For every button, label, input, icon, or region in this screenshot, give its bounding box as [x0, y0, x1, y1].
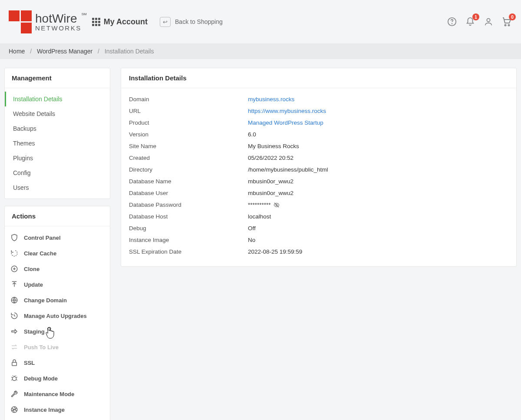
detail-value: 2022-08-25 19:59:59	[248, 248, 302, 255]
detail-value[interactable]: Managed WordPress Startup	[248, 119, 323, 126]
action-clear-cache[interactable]: Clear Cache	[5, 245, 110, 261]
action-label: Push To Live	[24, 344, 59, 351]
sidebar-item-themes[interactable]: Themes	[5, 136, 110, 151]
detail-value[interactable]: mybusiness.rocks	[248, 96, 294, 103]
user-button[interactable]	[483, 16, 494, 27]
action-label: Clone	[24, 266, 40, 272]
sidebar-item-website-details[interactable]: Website Details	[5, 106, 110, 121]
logo-text-main: hotWire	[35, 12, 77, 25]
svg-point-9	[13, 377, 16, 380]
action-label: Change Domain	[24, 297, 67, 304]
breadcrumb-home[interactable]: Home	[9, 48, 25, 55]
history-icon	[10, 311, 19, 320]
actions-title: Actions	[5, 206, 110, 226]
detail-label: Database User	[129, 190, 248, 196]
back-to-shopping-button[interactable]: ↩ Back to Shopping	[160, 17, 223, 27]
action-change-domain[interactable]: Change Domain	[5, 292, 110, 308]
detail-row-debug: DebugOff	[129, 222, 508, 234]
clone-icon	[10, 265, 19, 273]
action-manage-auto-upgrades[interactable]: Manage Auto Upgrades	[5, 308, 110, 324]
detail-row-database-host: Database Hostlocalhost	[129, 211, 508, 222]
logo-sm: SM	[82, 13, 87, 16]
help-icon	[447, 17, 457, 26]
detail-value: Off	[248, 225, 256, 231]
detail-row-created: Created05/26/2022 20:52	[129, 152, 508, 164]
notifications-button[interactable]: 1	[465, 16, 476, 27]
detail-row-directory: Directory/home/mybusiness/public_html	[129, 164, 508, 175]
detail-value[interactable]: https://www.mybusiness.rocks	[248, 108, 326, 114]
app-header: hotWireSM NETWORKS My Account ↩ Back to …	[0, 0, 521, 43]
detail-label: Database Host	[129, 213, 248, 220]
cart-button[interactable]: 0	[501, 16, 512, 27]
action-push-to-live: Push To Live	[5, 339, 110, 355]
detail-label: Domain	[129, 96, 248, 103]
action-debug-mode[interactable]: Debug Mode	[5, 370, 110, 386]
sidebar-item-users[interactable]: Users	[5, 180, 110, 195]
action-label: Control Panel	[24, 235, 61, 241]
sidebar-item-backups[interactable]: Backups	[5, 121, 110, 136]
detail-row-site-name: Site NameMy Business Rocks	[129, 140, 508, 152]
action-label: Staging	[24, 328, 45, 335]
eye-off-icon[interactable]	[274, 202, 280, 208]
action-update[interactable]: Update	[5, 277, 110, 292]
header-actions: 1 0	[446, 16, 512, 27]
my-account-label: My Account	[104, 17, 148, 26]
sidebar-item-plugins[interactable]: Plugins	[5, 151, 110, 165]
management-list: Installation DetailsWebsite DetailsBacku…	[5, 88, 110, 198]
detail-row-url: URLhttps://www.mybusiness.rocks	[129, 105, 508, 117]
logo-icon	[9, 10, 32, 33]
management-card: Management Installation DetailsWebsite D…	[4, 68, 110, 199]
svg-point-4	[508, 25, 510, 26]
detail-label: Instance Image	[129, 237, 248, 243]
back-shopping-label: Back to Shopping	[175, 18, 223, 25]
sidebar-item-installation-details[interactable]: Installation Details	[5, 92, 110, 106]
action-maintenance-mode[interactable]: Maintenance Mode	[5, 386, 110, 402]
brand-logo[interactable]: hotWireSM NETWORKS	[9, 10, 82, 33]
svg-point-1	[452, 23, 452, 24]
action-staging[interactable]: Staging	[5, 324, 110, 339]
my-account-button[interactable]: My Account	[92, 17, 148, 26]
upload-icon	[10, 280, 19, 289]
detail-value: mbusin0or_wwu2	[248, 178, 293, 185]
sidebar: Management Installation DetailsWebsite D…	[4, 68, 110, 420]
action-clone[interactable]: Clone	[5, 261, 110, 277]
cart-badge: 0	[509, 13, 516, 20]
sidebar-item-config[interactable]: Config	[5, 165, 110, 180]
lock-icon	[10, 358, 19, 367]
detail-value: /home/mybusiness/public_html	[248, 166, 328, 173]
detail-value: 05/26/2022 20:52	[248, 155, 293, 161]
breadcrumb: Home / WordPress Manager / Installation …	[0, 43, 521, 59]
detail-value: My Business Rocks	[248, 143, 299, 149]
details-title: Installation Details	[121, 68, 516, 88]
action-label: Maintenance Mode	[24, 391, 74, 397]
return-key-icon: ↩	[160, 17, 171, 27]
action-label: Debug Mode	[24, 375, 58, 382]
shield-icon	[10, 233, 19, 242]
help-button[interactable]	[446, 16, 458, 27]
detail-row-database-user: Database Usermbusin0or_wwu2	[129, 187, 508, 199]
action-label: Update	[24, 281, 43, 288]
logo-text-sub: NETWORKS	[35, 25, 82, 31]
detail-row-product: ProductManaged WordPress Startup	[129, 117, 508, 129]
installation-details-card: Installation Details Domainmybusiness.ro…	[121, 68, 517, 267]
detail-row-domain: Domainmybusiness.rocks	[129, 93, 508, 105]
actions-card: Actions Control PanelClear CacheCloneUpd…	[4, 206, 110, 420]
detail-label: Site Name	[129, 143, 248, 149]
action-delete[interactable]: Delete	[5, 417, 110, 420]
arrow-right-icon	[10, 327, 19, 336]
action-control-panel[interactable]: Control Panel	[5, 230, 110, 245]
action-ssl[interactable]: SSL	[5, 355, 110, 370]
bug-icon	[10, 374, 19, 383]
action-label: Clear Cache	[24, 250, 56, 257]
breadcrumb-wp-manager[interactable]: WordPress Manager	[37, 48, 92, 55]
action-instance-image[interactable]: Instance Image	[5, 402, 110, 417]
svg-rect-8	[12, 362, 17, 366]
globe-icon	[10, 296, 19, 304]
breadcrumb-current: Installation Details	[105, 48, 154, 55]
detail-value: **********	[248, 202, 280, 208]
detail-label: Product	[129, 119, 248, 126]
detail-label: Database Name	[129, 178, 248, 185]
details-body: Domainmybusiness.rocksURLhttps://www.myb…	[121, 88, 516, 266]
wrench-icon	[10, 390, 19, 398]
detail-row-version: Version6.0	[129, 129, 508, 140]
